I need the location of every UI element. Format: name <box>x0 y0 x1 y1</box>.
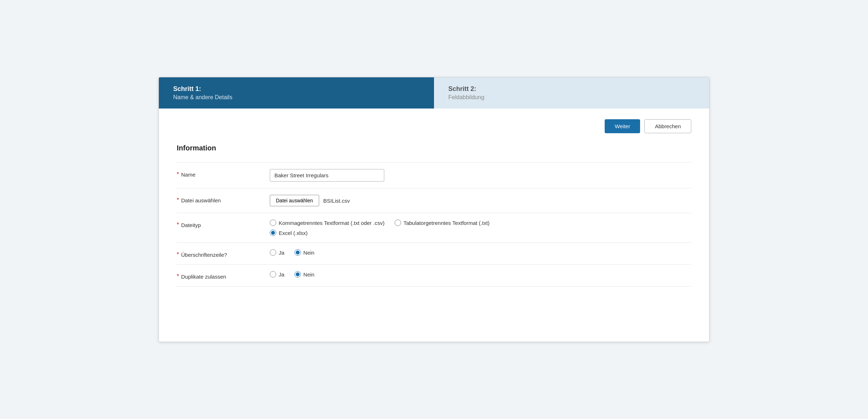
filetype-row-1: Kommagetrenntes Textformat (.txt oder .c… <box>270 220 691 226</box>
name-row: * Name <box>177 163 691 188</box>
section-title: Information <box>177 144 691 152</box>
header-nein-option[interactable]: Nein <box>294 249 314 256</box>
filetype-label-text: Dateityp <box>181 222 201 228</box>
duplicates-nein-radio[interactable] <box>294 271 301 278</box>
name-label-text: Name <box>181 172 195 178</box>
duplicates-nein-option[interactable]: Nein <box>294 271 314 278</box>
filetype-tab-option[interactable]: Tabulatorgetrenntes Textformat (.txt) <box>395 220 490 226</box>
form-section: * Name * Datei auswählen Datei auswählen <box>177 162 691 286</box>
file-label: * Datei auswählen <box>177 195 270 203</box>
duplicates-required-star: * <box>177 273 179 280</box>
duplicates-nein-label: Nein <box>303 271 314 278</box>
filetype-control-area: Kommagetrenntes Textformat (.txt oder .c… <box>270 220 691 236</box>
header-ja-option[interactable]: Ja <box>270 249 284 256</box>
header-nein-label: Nein <box>303 250 314 256</box>
duplicates-ja-option[interactable]: Ja <box>270 271 284 278</box>
filetype-row: * Dateityp Kommagetrenntes Textformat (.… <box>177 213 691 242</box>
next-button[interactable]: Weiter <box>605 119 640 133</box>
duplicates-control-area: Ja Nein <box>270 271 691 278</box>
filetype-csv-radio[interactable] <box>270 220 276 226</box>
duplicates-row: * Duplikate zulassen Ja Nein <box>177 265 691 286</box>
header-ja-radio[interactable] <box>270 249 276 256</box>
wizard-container: Schritt 1: Name & andere Details Schritt… <box>159 77 709 342</box>
filetype-tab-radio[interactable] <box>395 220 401 226</box>
duplicates-ja-radio[interactable] <box>270 271 276 278</box>
toolbar: Weiter Abbrechen <box>177 119 691 133</box>
filetype-required-star: * <box>177 222 179 228</box>
header-required-star: * <box>177 251 179 258</box>
file-label-text: Datei auswählen <box>181 197 221 203</box>
header-control-area: Ja Nein <box>270 249 691 256</box>
header-label: * Überschriftenzeile? <box>177 249 270 258</box>
header-radio-group: Ja Nein <box>270 249 691 256</box>
filetype-xlsx-option[interactable]: Excel (.xlsx) <box>270 230 308 236</box>
file-row: * Datei auswählen Datei auswählen BSILis… <box>177 188 691 213</box>
filetype-tab-label: Tabulatorgetrenntes Textformat (.txt) <box>404 220 490 226</box>
step2-name: Feldabbildung <box>448 94 695 101</box>
header-ja-label: Ja <box>279 250 284 256</box>
name-label: * Name <box>177 169 270 178</box>
cancel-button[interactable]: Abbrechen <box>644 119 691 133</box>
name-control-area <box>270 169 691 182</box>
duplicates-label-text: Duplikate zulassen <box>181 274 226 280</box>
wizard-steps: Schritt 1: Name & andere Details Schritt… <box>159 77 709 109</box>
step-1: Schritt 1: Name & andere Details <box>159 77 434 109</box>
step1-number: Schritt 1: <box>173 85 420 93</box>
filetype-label: * Dateityp <box>177 220 270 228</box>
file-choose-button[interactable]: Datei auswählen <box>270 195 319 206</box>
filetype-radio-group: Kommagetrenntes Textformat (.txt oder .c… <box>270 220 691 236</box>
header-label-text: Überschriftenzeile? <box>181 252 227 258</box>
header-nein-radio[interactable] <box>294 249 301 256</box>
wizard-body: Weiter Abbrechen Information * Name <box>159 109 709 304</box>
duplicates-label: * Duplikate zulassen <box>177 271 270 280</box>
file-required-star: * <box>177 197 179 203</box>
name-required-star: * <box>177 171 179 178</box>
step-2: Schritt 2: Feldabbildung <box>434 77 709 109</box>
filetype-row-2: Excel (.xlsx) <box>270 230 691 236</box>
file-name-display: BSIList.csv <box>323 198 350 204</box>
filetype-xlsx-radio[interactable] <box>270 230 276 236</box>
header-row: * Überschriftenzeile? Ja Nein <box>177 243 691 264</box>
filetype-xlsx-label: Excel (.xlsx) <box>279 230 308 236</box>
filetype-csv-label: Kommagetrenntes Textformat (.txt oder .c… <box>279 220 385 226</box>
name-input[interactable] <box>270 169 384 182</box>
duplicates-ja-label: Ja <box>279 271 284 278</box>
step1-name: Name & andere Details <box>173 94 420 101</box>
filetype-csv-option[interactable]: Kommagetrenntes Textformat (.txt oder .c… <box>270 220 385 226</box>
file-input-row: Datei auswählen BSIList.csv <box>270 195 691 206</box>
duplicates-radio-group: Ja Nein <box>270 271 691 278</box>
step2-number: Schritt 2: <box>448 85 695 93</box>
file-control-area: Datei auswählen BSIList.csv <box>270 195 691 206</box>
divider-5 <box>177 286 691 286</box>
